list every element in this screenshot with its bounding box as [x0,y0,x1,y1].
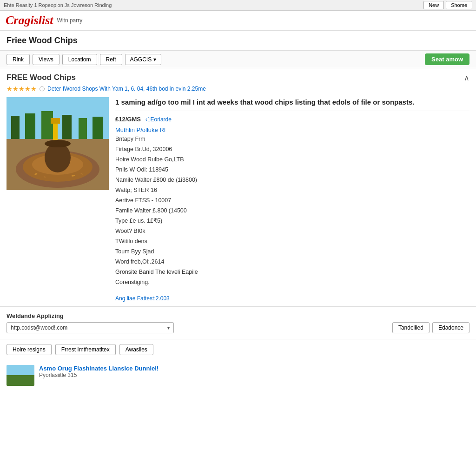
dropdown-arrow-icon: ▾ [167,325,170,331]
svg-point-14 [45,140,71,147]
detail-line8: Famile Walter ₤.800 (14500 [115,206,469,215]
svg-rect-1 [11,116,20,139]
svg-rect-9 [51,118,60,124]
detail-line11: TWitilo dens [115,237,469,246]
listing-section: FREE Wood Chips ∧ ★★★★★ ⓘ Deter IWorod S… [0,68,476,307]
price: ₤12/GMS [115,116,141,123]
listing-body: 1 saming ad/go too mil I int ad weeks th… [7,97,469,302]
hoire-resigns-button[interactable]: Hoire resigns [7,344,52,355]
frrest-button[interactable]: Frrest Imtfrematitex [55,344,116,355]
reft-button[interactable]: Reft [100,54,122,65]
price-link[interactable]: ‹1Eoriarde [145,116,172,123]
rating-info: ★★★★★ ⓘ Deter IWorod Shops With Yam 1, 6… [7,85,469,93]
rating-link[interactable]: Deter IWorod Shops With Yam 1, 6. 04, 46… [47,86,206,92]
location-button[interactable]: Locatiom [62,54,97,65]
svg-rect-5 [79,118,87,139]
detail-line5: Namile Walter ₤800 de (1i3800) [115,175,469,185]
rink-button[interactable]: Rink [7,54,30,65]
apply-label: Weldande Applizing [7,312,469,319]
related-section: Asmo Orug Flashinates Liansice Dunniel! … [0,360,476,390]
detail-line4: Pniis W Odl: 118945 [115,165,469,174]
related-sub: Pyorlasiitle 315 [39,372,159,378]
detail-line12: Toum Byy Sjad [115,247,469,256]
stars: ★★★★★ [7,85,37,93]
listing-content: 1 saming ad/go too mil I int ad weeks th… [115,97,469,302]
detail-line14: Gronsite Banid The leveli Eapile [115,267,469,277]
detail-link[interactable]: Muthlin P/olluke RI [115,126,165,133]
detail-line6: Wattp; STER 16 [115,185,469,195]
apply-row: http.codst@wood!.com ▾ Tandeliled Edadon… [7,322,469,333]
tag-section: Hoire resigns Frrest Imtfrematitex Awasi… [0,339,476,360]
top-nav: Ehte Reasity 1 Ropeopion Js Jowreson Rin… [0,0,476,11]
shome-button[interactable]: Shome [446,1,472,9]
apply-input: http.codst@wood!.com [11,324,67,331]
detail-line1: Bntapy Frm [115,134,469,144]
tandeliled-button[interactable]: Tandeliled [392,322,430,333]
related-title[interactable]: Asmo Orug Flashinates Liansice Dunniel! [39,365,159,372]
awasiles-button[interactable]: Awasiles [119,344,153,355]
detail-line15: Corenstiging. [115,278,469,287]
top-nav-buttons: New Shome [423,1,472,9]
logo-subtitle: Witn parry [57,17,83,24]
seat-amow-button[interactable]: Seat amow [425,53,469,65]
listing-title: FREE Wood Chips [7,73,76,82]
price-line: ₤12/GMS ‹1Eoriarde [115,116,469,123]
detail-line10: Woot? BI0k [115,226,469,236]
listing-header: FREE Wood Chips ∧ [7,73,469,82]
listing-body-title: 1 saming ad/go too mil I int ad weeks th… [115,97,469,111]
page-title: Friee Wood Chips [7,36,469,46]
related-thumbnail [7,365,34,386]
logo[interactable]: Cragislist [6,13,53,27]
aggcis-dropdown[interactable]: AGGCIS ▾ [125,54,162,65]
top-nav-text: Ehte Reasity 1 Ropeopion Js Jowreson Rin… [4,2,112,8]
collapse-icon[interactable]: ∧ [464,73,469,82]
listing-image [7,97,109,190]
toolbar: Rink Views Locatiom Reft AGGCIS ▾ Seat a… [0,51,476,68]
chevron-down-icon: ▾ [153,56,156,63]
svg-rect-6 [93,117,103,139]
svg-rect-3 [41,111,53,139]
footer-link[interactable]: Ang liae Fattest:2.003 [115,295,170,302]
page-title-bar: Friee Wood Chips [0,31,476,51]
apply-input-wrapper[interactable]: http.codst@wood!.com ▾ [7,322,174,333]
svg-rect-4 [62,115,72,139]
detail-line13: Word freb,Ol:.2614 [115,257,469,266]
related-info: Asmo Orug Flashinates Liansice Dunniel! … [39,365,159,378]
new-button[interactable]: New [423,1,444,9]
related-item: Asmo Orug Flashinates Liansice Dunniel! … [7,365,469,386]
logo-bar: Cragislist Witn parry [0,11,476,31]
views-button[interactable]: Views [33,54,60,65]
svg-rect-2 [25,113,35,139]
detail-line9: Type ₤e us. 1₤₹5) [115,216,469,225]
apply-buttons: Tandeliled Edadonce [392,322,469,333]
edadonce-button[interactable]: Edadonce [432,322,469,333]
detail-line3: Hoire Wood Rulbe Go,LTB [115,155,469,164]
apply-section: Weldande Applizing http.codst@wood!.com … [0,307,476,339]
toolbar-left: Rink Views Locatiom Reft AGGCIS ▾ [7,54,161,65]
info-icon: ⓘ [40,86,45,93]
detail-line7: Aertive FTSS - 10007 [115,196,469,205]
detail-line2: Firtage Br.Ud, 320006 [115,145,469,154]
